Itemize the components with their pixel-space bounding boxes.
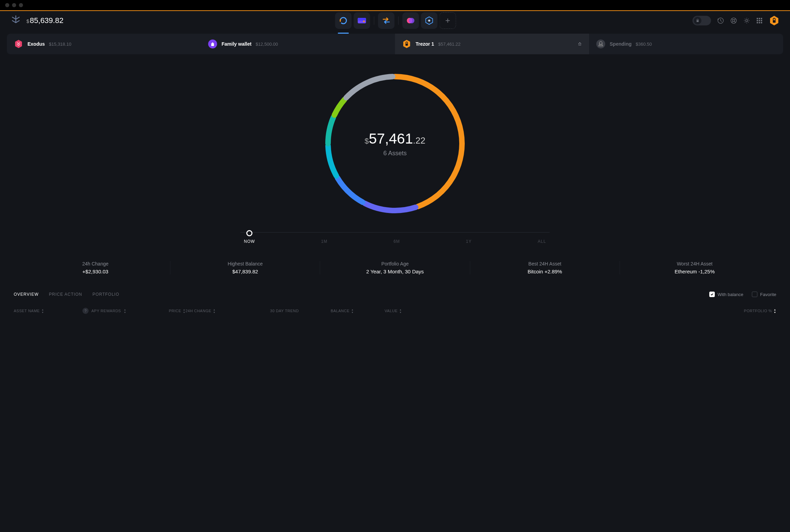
wallet-tab-spending[interactable]: Spending$360.50	[589, 34, 783, 54]
stat-value: Ethereum -1,25%	[627, 269, 763, 274]
column-apy-rewards[interactable]: ?APY REWARDS▲▼	[82, 308, 137, 314]
wallet-icon	[596, 39, 606, 49]
svg-rect-13	[757, 18, 758, 19]
nav-wallet-button[interactable]	[354, 12, 370, 29]
eject-icon[interactable]	[577, 42, 582, 46]
stat-value: $47,839.82	[177, 269, 313, 274]
table-tab-price-action[interactable]: PRICE ACTION	[49, 292, 82, 297]
filter-favorite[interactable]: Favorite	[752, 292, 776, 297]
traffic-light-max[interactable]	[19, 3, 23, 7]
donut-asset-count: 6 Assets	[365, 150, 426, 157]
nav-apps-button[interactable]	[403, 12, 419, 29]
stat-label: Best 24H Asset	[477, 261, 613, 267]
stat-label: Portfolio Age	[327, 261, 463, 267]
nav-divider	[374, 16, 374, 25]
settings-icon[interactable]	[743, 17, 750, 24]
traffic-light-close[interactable]	[5, 3, 9, 7]
wallet-tab-name: Family wallet	[222, 41, 251, 47]
table-tab-portfolio[interactable]: PORTFOLIO	[92, 292, 119, 297]
svg-rect-16	[757, 20, 758, 21]
stat-24h-change: 24h Change+$2,930.03	[21, 261, 170, 274]
lock-toggle[interactable]	[692, 16, 711, 25]
svg-rect-21	[761, 22, 762, 23]
svg-rect-24	[406, 44, 408, 46]
window-chrome	[0, 0, 790, 10]
time-range-selector: NOW1M6M1YALL	[240, 229, 550, 244]
svg-rect-20	[759, 22, 760, 23]
stat-value: Bitcoin +2.89%	[477, 269, 613, 274]
svg-point-12	[746, 20, 748, 22]
column-asset-name[interactable]: ASSET NAME▲▼	[14, 308, 82, 314]
column-portfolio-pct[interactable]: PORTFOLIO %▲▼	[402, 308, 776, 314]
svg-rect-19	[757, 22, 758, 23]
time-range-6m[interactable]: 6M	[394, 229, 400, 244]
svg-point-25	[596, 39, 605, 48]
donut-balance: $57,461.22	[365, 131, 426, 147]
nav-swap-button[interactable]	[378, 12, 395, 29]
stat-label: Worst 24H Asset	[627, 261, 763, 267]
svg-rect-18	[761, 20, 762, 21]
svg-rect-17	[759, 20, 760, 21]
column-24h-change[interactable]: 24H CHANGE▲▼	[185, 308, 237, 314]
svg-rect-8	[697, 20, 699, 22]
svg-point-4	[363, 21, 365, 22]
stat-label: 24h Change	[27, 261, 163, 267]
svg-rect-15	[761, 18, 762, 19]
wallet-tab-trezor-1[interactable]: Trezor 1$57,461.22	[395, 34, 589, 54]
nav-portfolio-button[interactable]	[335, 12, 352, 29]
time-range-1y[interactable]: 1Y	[466, 229, 472, 244]
wallet-tab-name: Spending	[610, 41, 632, 47]
wallet-icon	[402, 39, 411, 49]
stat-value: +$2,930.03	[27, 269, 163, 274]
svg-rect-3	[358, 18, 366, 21]
stat-portfolio-age: Portfolio Age2 Year, 3 Month, 30 Days	[320, 261, 470, 274]
column-30-day-trend[interactable]: 30 DAY TREND	[237, 308, 299, 314]
header-total-balance: $85,639.82	[26, 16, 64, 25]
wallet-tab-name: Trezor 1	[416, 41, 434, 47]
svg-point-11	[733, 20, 735, 22]
profile-hexagon-button[interactable]	[769, 15, 780, 26]
table-tab-overview[interactable]: OVERVIEW	[14, 292, 38, 297]
column-price[interactable]: PRICE▲▼	[137, 308, 185, 314]
wallet-tab-balance: $15,318.10	[49, 42, 71, 47]
svg-rect-22	[773, 20, 776, 23]
time-range-all[interactable]: ALL	[538, 229, 546, 244]
checkbox-icon	[752, 292, 757, 297]
column-balance[interactable]: BALANCE▲▼	[299, 308, 354, 314]
wallet-tab-family-wallet[interactable]: Family wallet$12,500.00	[201, 34, 395, 54]
time-range-now[interactable]: NOW	[244, 229, 255, 244]
stat-best-24h-asset: Best 24H AssetBitcoin +2.89%	[470, 261, 620, 274]
svg-rect-14	[759, 18, 760, 19]
portfolio-donut-chart: $57,461.22 6 Assets	[319, 68, 471, 219]
help-icon[interactable]: ?	[82, 308, 89, 314]
nav-add-button[interactable]	[440, 12, 456, 29]
wallet-tab-exodus[interactable]: Exodus$15,318.10	[7, 34, 201, 54]
support-icon[interactable]	[730, 17, 737, 24]
stat-label: Highest Balance	[177, 261, 313, 267]
stat-highest-balance: Highest Balance$47,839.82	[170, 261, 320, 274]
wallet-tab-balance: $57,461.22	[438, 42, 461, 47]
filter-with-balance[interactable]: With balance	[709, 292, 743, 297]
app-logo[interactable]	[10, 15, 21, 26]
wallet-tab-balance: $12,500.00	[256, 42, 278, 47]
lock-icon	[696, 19, 700, 23]
time-range-1m[interactable]: 1M	[321, 229, 328, 244]
wallet-icon	[208, 39, 217, 49]
stat-worst-24h-asset: Worst 24H AssetEthereum -1,25%	[620, 261, 769, 274]
grid-icon[interactable]	[756, 18, 763, 24]
history-icon[interactable]	[717, 17, 724, 24]
traffic-light-min[interactable]	[12, 3, 16, 7]
nav-divider	[398, 16, 399, 25]
wallet-tab-balance: $360.50	[636, 42, 652, 47]
stat-value: 2 Year, 3 Month, 30 Days	[327, 269, 463, 274]
wallet-tab-name: Exodus	[27, 41, 45, 47]
checkbox-icon	[709, 292, 715, 297]
svg-point-6	[409, 18, 415, 23]
wallet-icon	[14, 39, 23, 49]
svg-point-0	[340, 18, 347, 24]
nav-hardware-button[interactable]	[421, 12, 438, 29]
column-value[interactable]: VALUE▲▼	[354, 308, 402, 314]
